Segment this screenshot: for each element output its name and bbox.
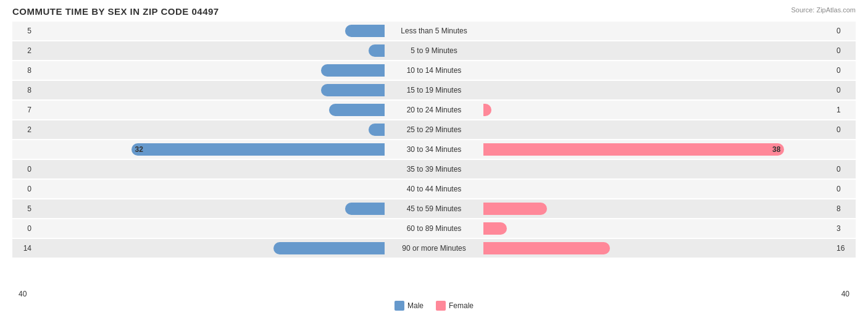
axis-max: 40 (841, 290, 849, 298)
male-value: 5 (12, 204, 34, 213)
male-bar (369, 44, 385, 57)
female-value: 0 (834, 165, 856, 174)
source-label: Source: ZipAtlas.com (791, 6, 856, 14)
table-row: 225 to 29 Minutes0 (12, 120, 856, 139)
male-value: 2 (12, 46, 34, 55)
female-bar-wrap (483, 104, 834, 116)
female-value: 0 (834, 27, 856, 35)
male-bar-wrap (34, 64, 385, 77)
male-value: 0 (12, 165, 34, 174)
legend-male: Male (394, 301, 424, 311)
male-value: 5 (12, 27, 34, 35)
male-bar: 32 (131, 143, 385, 156)
male-bar (329, 104, 385, 116)
male-color-box (394, 301, 404, 311)
table-row: 040 to 44 Minutes0 (12, 180, 856, 198)
female-bar: 38 (483, 143, 784, 156)
female-bar (483, 242, 610, 254)
table-row: 720 to 24 Minutes1 (12, 101, 856, 119)
male-value: 7 (12, 106, 34, 114)
female-bar-wrap (483, 203, 834, 215)
axis-labels: 40 40 (12, 290, 856, 298)
male-bar (321, 64, 385, 77)
legend-female-label: Female (449, 301, 474, 310)
table-row: 060 to 89 Minutes3 (12, 219, 856, 238)
row-label: 90 or more Minutes (385, 244, 483, 253)
row-label: 15 to 19 Minutes (385, 86, 483, 94)
table-row: 035 to 39 Minutes0 (12, 160, 856, 178)
female-value: 0 (834, 46, 856, 55)
table-row: 815 to 19 Minutes0 (12, 81, 856, 99)
male-bar (321, 84, 385, 96)
male-value: 8 (12, 66, 34, 75)
table-row: 25 to 9 Minutes0 (12, 41, 856, 60)
row-label: 5 to 9 Minutes (385, 46, 483, 55)
row-label: 60 to 89 Minutes (385, 224, 483, 233)
female-bar (483, 222, 507, 235)
male-bar (369, 124, 385, 136)
female-value: 0 (834, 66, 856, 75)
male-bar-wrap: 32 (34, 143, 385, 156)
female-value: 0 (834, 125, 856, 134)
axis-min: 40 (19, 290, 27, 298)
male-value: 14 (12, 244, 34, 253)
female-bar-wrap: 38 (483, 143, 834, 156)
table-row: 1490 or more Minutes16 (12, 239, 856, 258)
female-value: 16 (834, 244, 856, 253)
row-label: 35 to 39 Minutes (385, 165, 483, 174)
male-bar-wrap (34, 242, 385, 254)
table-row: 810 to 14 Minutes0 (12, 61, 856, 80)
female-bar-wrap (483, 242, 834, 254)
male-value: 0 (12, 224, 34, 233)
legend: Male Female (12, 301, 856, 311)
male-bar-wrap (34, 44, 385, 57)
chart-container: COMMUTE TIME BY SEX IN ZIP CODE 04497 So… (0, 0, 868, 323)
row-label: 20 to 24 Minutes (385, 106, 483, 114)
male-bar-wrap (34, 124, 385, 136)
row-label: 30 to 34 Minutes (385, 145, 483, 154)
female-bar-wrap (483, 222, 834, 235)
row-label: 25 to 29 Minutes (385, 125, 483, 134)
female-value: 0 (834, 185, 856, 193)
male-value: 8 (12, 86, 34, 94)
chart-area: 5Less than 5 Minutes025 to 9 Minutes0810… (12, 22, 856, 287)
row-label: 45 to 59 Minutes (385, 204, 483, 213)
female-value: 0 (834, 86, 856, 94)
male-bar-wrap (34, 84, 385, 96)
female-value: 8 (834, 204, 856, 213)
row-label: Less than 5 Minutes (385, 27, 483, 35)
female-inside-value: 38 (772, 145, 780, 154)
table-row: 5Less than 5 Minutes0 (12, 22, 856, 40)
male-bar-wrap (34, 25, 385, 37)
female-value: 1 (834, 106, 856, 114)
row-label: 40 to 44 Minutes (385, 185, 483, 193)
male-bar (345, 25, 385, 37)
male-value: 0 (12, 185, 34, 193)
male-bar-wrap (34, 203, 385, 215)
legend-female: Female (436, 301, 474, 311)
male-bar (273, 242, 385, 254)
male-value: 2 (12, 125, 34, 134)
female-bar (483, 203, 547, 215)
legend-male-label: Male (407, 301, 424, 310)
male-inside-value: 32 (135, 145, 143, 154)
table-row: 545 to 59 Minutes8 (12, 199, 856, 218)
table-row: 3230 to 34 Minutes38 (12, 140, 856, 159)
male-bar-wrap (34, 104, 385, 116)
female-color-box (436, 301, 446, 311)
female-value: 3 (834, 224, 856, 233)
chart-title: COMMUTE TIME BY SEX IN ZIP CODE 04497 (12, 6, 856, 17)
male-bar (345, 203, 385, 215)
row-label: 10 to 14 Minutes (385, 66, 483, 75)
female-bar (483, 104, 491, 116)
